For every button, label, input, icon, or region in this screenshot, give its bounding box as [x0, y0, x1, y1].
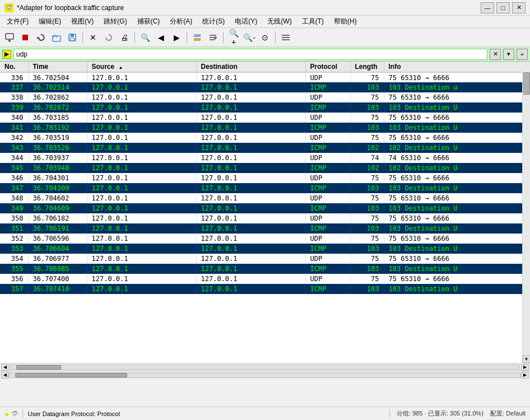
- menu-stats[interactable]: 统计(S): [198, 16, 229, 27]
- menu-wireless[interactable]: 无线(W): [263, 16, 296, 27]
- table-row[interactable]: 33936.702872127.0.0.1127.0.0.1ICMP103103…: [0, 102, 530, 113]
- toolbar-zoom-out[interactable]: 🔍-: [242, 30, 257, 45]
- table-row[interactable]: 34836.704602127.0.0.1127.0.0.1UDP7575 65…: [0, 193, 530, 203]
- table-row[interactable]: 35736.707410127.0.0.1127.0.0.1ICMP103103…: [0, 284, 530, 294]
- cell-no: 357: [0, 284, 28, 294]
- toolbar-zoom-in[interactable]: 🔍+: [226, 30, 241, 45]
- scroll-down-button[interactable]: ▼: [523, 355, 531, 363]
- cell-time: 36.703937: [28, 153, 87, 163]
- toolbar-forward[interactable]: ▶: [169, 30, 184, 45]
- table-row[interactable]: 35236.706596127.0.0.1127.0.0.1UDP7575 65…: [0, 234, 530, 244]
- table-row[interactable]: 34136.703192127.0.0.1127.0.0.1ICMP103103…: [0, 123, 530, 133]
- toolbar-colorize[interactable]: [190, 30, 204, 45]
- cell-length: 103: [350, 264, 384, 274]
- filter-dropdown-button[interactable]: ▾: [503, 49, 514, 60]
- table-row[interactable]: 35036.706182127.0.0.1127.0.0.1UDP7575 65…: [0, 213, 530, 223]
- cell-time: 36.707410: [28, 284, 87, 294]
- packet-list[interactable]: No. Time Source ▲ Destination Protocol L…: [0, 62, 530, 363]
- cell-destination: 127.0.0.1: [196, 113, 305, 123]
- table-row[interactable]: 34536.703948127.0.0.1127.0.0.1ICMP102102…: [0, 163, 530, 173]
- table-row[interactable]: 34036.703185127.0.0.1127.0.0.1UDP7575 65…: [0, 113, 530, 123]
- minimize-button[interactable]: —: [481, 2, 494, 13]
- toolbar-back[interactable]: ◀: [154, 30, 168, 45]
- table-row[interactable]: 35336.706604127.0.0.1127.0.0.1ICMP103103…: [0, 244, 530, 254]
- filter-input[interactable]: [13, 49, 487, 60]
- toolbar-save[interactable]: [65, 30, 80, 45]
- hscroll-thumb[interactable]: [16, 365, 61, 370]
- cell-no: 341: [0, 123, 28, 133]
- table-row[interactable]: 35636.707400127.0.0.1127.0.0.1UDP7575 65…: [0, 274, 530, 284]
- cell-protocol: ICMP: [305, 102, 350, 113]
- cell-info: 103 Destination u: [384, 82, 530, 92]
- detail-scroll-thumb[interactable]: [15, 373, 127, 377]
- detail-scrollbar[interactable]: ◀ ▶: [0, 371, 530, 379]
- toolbar-reload[interactable]: [101, 30, 116, 45]
- filter-add-button[interactable]: +: [517, 49, 528, 60]
- hscroll-right-button[interactable]: ▶: [521, 364, 529, 371]
- toolbar-zoom-normal[interactable]: ⊙: [258, 30, 272, 45]
- table-row[interactable]: 34936.704609127.0.0.1127.0.0.1ICMP103103…: [0, 203, 530, 213]
- menu-phone[interactable]: 电话(Y): [230, 16, 262, 27]
- toolbar-close[interactable]: ✕: [86, 30, 100, 45]
- detail-hscroll-right[interactable]: ▶: [521, 372, 529, 379]
- filter-clear-button[interactable]: ✕: [490, 49, 501, 60]
- toolbar-open[interactable]: [49, 30, 64, 45]
- cell-time: 36.703948: [28, 163, 87, 173]
- menu-tools[interactable]: 工具(T): [297, 16, 328, 27]
- detail-scroll-track[interactable]: [9, 372, 521, 378]
- toolbar-print[interactable]: 🖨: [117, 30, 132, 45]
- cell-length: 75: [350, 193, 384, 203]
- menu-capture[interactable]: 捕获(C): [133, 16, 165, 27]
- table-row[interactable]: 33836.702862127.0.0.1127.0.0.1UDP7575 65…: [0, 92, 530, 102]
- cell-info: 75 65310 → 6666: [384, 193, 530, 203]
- menu-help[interactable]: 帮助(H): [329, 16, 361, 27]
- cell-destination: 127.0.0.1: [196, 223, 305, 234]
- cell-info: 103 Destination U: [384, 284, 530, 294]
- vertical-scrollbar[interactable]: ▲ ▼: [522, 62, 530, 363]
- cell-no: 343: [0, 143, 28, 153]
- toolbar-stop[interactable]: [18, 30, 32, 45]
- cell-protocol: ICMP: [305, 143, 350, 153]
- cell-protocol: UDP: [305, 193, 350, 203]
- menu-analyze[interactable]: 分析(A): [165, 16, 197, 27]
- cell-no: 349: [0, 203, 28, 213]
- filter-icon: ▶: [2, 50, 11, 59]
- table-row[interactable]: 34736.704309127.0.0.1127.0.0.1ICMP103103…: [0, 183, 530, 193]
- app-icon: 🦈: [4, 3, 13, 12]
- table-row[interactable]: 35136.706191127.0.0.1127.0.0.1ICMP103103…: [0, 223, 530, 234]
- cell-source: 127.0.0.1: [87, 163, 196, 173]
- detail-hscroll-left[interactable]: ◀: [1, 372, 9, 379]
- menu-edit[interactable]: 编辑(E): [34, 16, 66, 27]
- menu-file[interactable]: 文件(F): [2, 16, 33, 27]
- cell-time: 36.707400: [28, 274, 87, 284]
- cell-destination: 127.0.0.1: [196, 82, 305, 92]
- table-row[interactable]: 33736.702514127.0.0.1127.0.0.1ICMP103103…: [0, 82, 530, 92]
- table-row[interactable]: 33636.702504127.0.0.1127.0.0.1UDP7575 65…: [0, 72, 530, 82]
- menu-jump[interactable]: 跳转(G): [99, 16, 131, 27]
- cell-time: 36.703185: [28, 113, 87, 123]
- cell-info: 75 65310 → 6666: [384, 173, 530, 183]
- cell-no: 348: [0, 193, 28, 203]
- toolbar-restart[interactable]: [34, 30, 48, 45]
- menu-view[interactable]: 视图(V): [67, 16, 98, 27]
- maximize-button[interactable]: □: [496, 2, 510, 13]
- toolbar-resize-columns[interactable]: [278, 30, 293, 45]
- toolbar-find[interactable]: 🔍: [138, 30, 152, 45]
- hscroll-track[interactable]: [10, 365, 520, 370]
- cell-destination: 127.0.0.1: [196, 72, 305, 82]
- table-row[interactable]: 35536.706985127.0.0.1127.0.0.1ICMP103103…: [0, 264, 530, 274]
- table-row[interactable]: 34236.703519127.0.0.1127.0.0.1UDP7575 65…: [0, 133, 530, 143]
- scroll-track[interactable]: [523, 69, 530, 355]
- table-row[interactable]: 34636.704301127.0.0.1127.0.0.1UDP7575 65…: [0, 173, 530, 183]
- scroll-thumb[interactable]: [523, 72, 530, 95]
- cell-source: 127.0.0.1: [87, 213, 196, 223]
- table-row[interactable]: 34336.703526127.0.0.1127.0.0.1ICMP102102…: [0, 143, 530, 153]
- table-row[interactable]: 34436.703937127.0.0.1127.0.0.1UDP7474 65…: [0, 153, 530, 163]
- svg-rect-1: [22, 35, 28, 40]
- horizontal-scrollbar[interactable]: ◀ ▶: [0, 363, 530, 371]
- toolbar-new-capture[interactable]: [2, 30, 17, 45]
- table-row[interactable]: 35436.706977127.0.0.1127.0.0.1UDP7575 65…: [0, 254, 530, 264]
- toolbar-autoscroll[interactable]: [206, 30, 220, 45]
- close-button[interactable]: ✕: [512, 2, 526, 13]
- hscroll-left-button[interactable]: ◀: [1, 364, 9, 371]
